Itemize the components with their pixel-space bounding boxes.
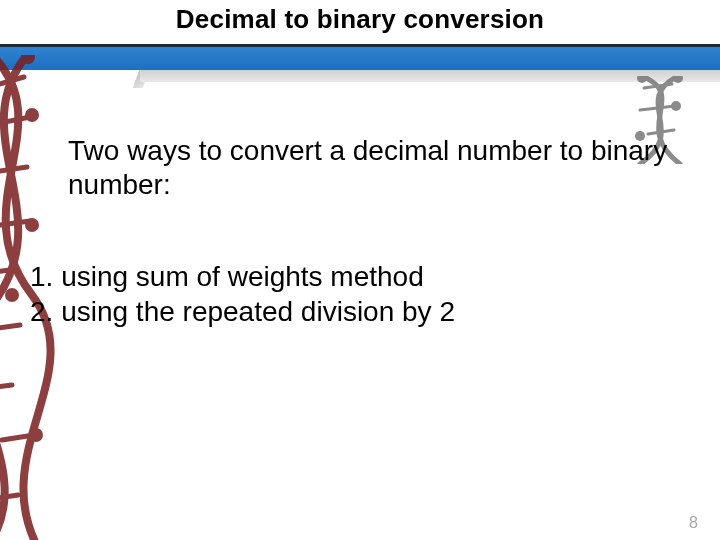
svg-line-0 <box>0 77 24 85</box>
header-accent-bar <box>0 47 720 70</box>
svg-line-1 <box>0 117 30 125</box>
svg-point-14 <box>5 288 19 302</box>
svg-line-8 <box>0 495 18 500</box>
svg-point-11 <box>25 108 39 122</box>
svg-line-18 <box>644 84 672 88</box>
list-item: 2. using the repeated division by 2 <box>30 295 670 330</box>
header-underbar <box>140 70 720 82</box>
svg-line-3 <box>0 221 30 225</box>
svg-line-7 <box>2 435 34 440</box>
slide: Decimal to binary conversion <box>0 0 720 540</box>
slide-title: Decimal to binary conversion <box>0 4 720 35</box>
svg-line-2 <box>0 167 27 173</box>
svg-point-23 <box>671 101 681 111</box>
svg-point-16 <box>29 428 43 442</box>
list-item: 1. using sum of weights method <box>30 260 670 295</box>
svg-point-13 <box>25 218 39 232</box>
svg-line-4 <box>0 270 10 273</box>
svg-line-19 <box>640 106 675 110</box>
intro-text: Two ways to convert a decimal number to … <box>68 134 668 202</box>
method-list: 1. using sum of weights method 2. using … <box>30 260 670 329</box>
svg-line-6 <box>0 385 12 389</box>
page-number: 8 <box>689 514 698 532</box>
svg-line-5 <box>0 325 20 329</box>
